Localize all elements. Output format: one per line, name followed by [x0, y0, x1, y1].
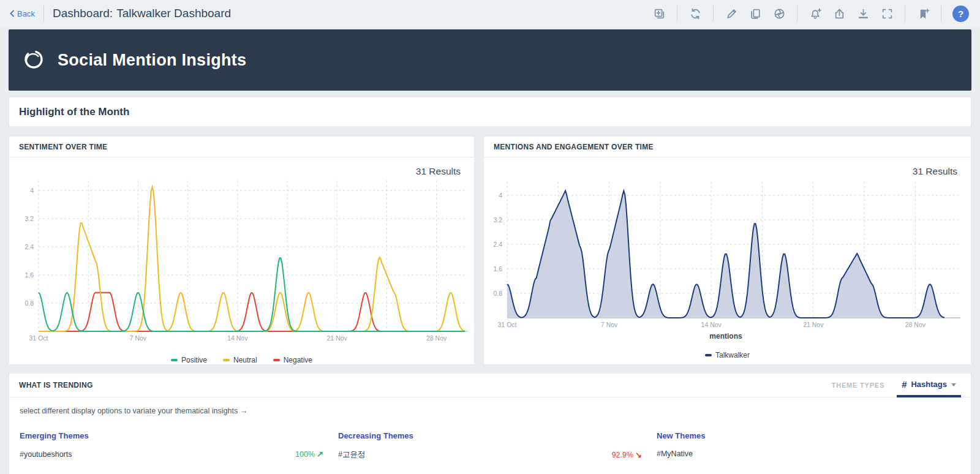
theme-value: 100% ↗ — [295, 450, 323, 459]
chevron-down-icon — [951, 383, 956, 386]
add-widget-icon[interactable] — [650, 4, 668, 23]
dashboard-banner: Social Mention Insights — [9, 29, 971, 91]
positive-label: Positive — [181, 356, 207, 364]
new-themes-column: New Themes #MyNative — [657, 431, 960, 460]
decreasing-themes-column: Decreasing Themes #고윤정 92.9% ↘ — [338, 431, 642, 460]
trending-header: WHAT IS TRENDING THEME TYPES # Hashtags — [9, 374, 971, 397]
mentions-panel-title: MENTIONS AND ENGAGEMENT OVER TIME — [484, 137, 971, 157]
page-title-prefix: Dashboard: — [53, 7, 113, 20]
divider — [43, 6, 44, 21]
refresh-icon[interactable] — [686, 4, 704, 23]
back-label: Back — [17, 9, 35, 18]
theme-row: #고윤정 92.9% ↘ — [338, 450, 642, 460]
decreasing-themes-header: Decreasing Themes — [338, 431, 642, 440]
svg-text:14 Nov: 14 Nov — [227, 334, 248, 342]
sentiment-results-count: 31 Results — [9, 157, 474, 177]
trending-title: WHAT IS TRENDING — [19, 381, 93, 389]
svg-text:2.4: 2.4 — [493, 241, 502, 248]
charts-row: SENTIMENT OVER TIME 31 Results 0.81.62.4… — [9, 136, 971, 365]
svg-text:31 Oct: 31 Oct — [29, 334, 48, 342]
svg-text:0.8: 0.8 — [493, 290, 502, 297]
talkwalker-marker — [705, 354, 712, 356]
svg-text:3.2: 3.2 — [493, 216, 502, 224]
legend-item-positive[interactable]: Positive — [171, 356, 207, 364]
svg-text:7 Nov: 7 Nov — [130, 334, 147, 342]
divider — [905, 6, 905, 21]
mentions-results-count: 31 Results — [484, 157, 971, 177]
mentions-legend: Talkwalker — [484, 351, 971, 359]
sentiment-legend: Positive Neutral Negative — [9, 356, 474, 364]
trend-up-icon: ↗ — [317, 450, 323, 459]
talkwalker-label: Talkwalker — [715, 351, 750, 359]
svg-text:mentions: mentions — [709, 332, 742, 340]
tab-hashtags[interactable]: # Hashtags — [897, 374, 961, 397]
theme-types-label: THEME TYPES — [832, 382, 884, 389]
hashtag-icon: # — [902, 379, 907, 389]
theme-tag[interactable]: #MyNative — [657, 450, 693, 458]
mentions-panel: MENTIONS AND ENGAGEMENT OVER TIME 31 Res… — [483, 136, 971, 365]
page-title: Dashboard: Talkwalker Dashboard — [53, 7, 231, 20]
svg-text:3.2: 3.2 — [24, 215, 34, 222]
duplicate-icon[interactable] — [746, 4, 764, 23]
divider — [713, 6, 714, 21]
svg-text:1.6: 1.6 — [493, 265, 502, 273]
negative-marker — [273, 359, 280, 361]
theme-tag[interactable]: #youtubeshorts — [20, 450, 72, 459]
share-icon[interactable] — [830, 4, 848, 23]
svg-text:1.6: 1.6 — [24, 271, 34, 279]
section-title: Highlight of the Month — [19, 106, 129, 118]
legend-item-talkwalker[interactable]: Talkwalker — [705, 351, 750, 359]
svg-text:21 Nov: 21 Nov — [803, 321, 824, 328]
neutral-marker — [223, 359, 230, 361]
fullscreen-icon[interactable] — [878, 4, 896, 23]
banner-title: Social Mention Insights — [58, 51, 246, 70]
svg-text:14 Nov: 14 Nov — [701, 321, 722, 328]
top-bar: Back Dashboard: Talkwalker Dashboard — [0, 0, 980, 27]
download-icon[interactable] — [854, 4, 872, 23]
theme-percent: 92.9% — [612, 451, 633, 459]
talkwalker-logo-icon — [20, 46, 48, 74]
trending-hint: select different display options to vari… — [9, 397, 971, 415]
theme-tag[interactable]: #고윤정 — [338, 450, 365, 460]
legend-item-neutral[interactable]: Neutral — [223, 356, 257, 364]
svg-text:4: 4 — [30, 187, 34, 194]
create-alert-icon[interactable] — [806, 4, 824, 23]
back-button[interactable]: Back — [10, 9, 35, 18]
emerging-themes-header: Emerging Themes — [20, 431, 323, 440]
positive-marker — [171, 359, 178, 361]
svg-text:2.4: 2.4 — [24, 243, 34, 250]
theme-row: #youtubeshorts 100% ↗ — [20, 450, 323, 459]
new-themes-header: New Themes — [657, 431, 960, 440]
theme-columns: Emerging Themes #youtubeshorts 100% ↗ De… — [9, 431, 971, 460]
negative-label: Negative — [284, 356, 312, 364]
toolbar: ? — [650, 4, 969, 23]
sentiment-panel: SENTIMENT OVER TIME 31 Results 0.81.62.4… — [9, 136, 475, 365]
theme-percent: 100% — [295, 450, 315, 459]
svg-text:0.8: 0.8 — [24, 299, 34, 307]
mentions-chart[interactable]: 0.81.62.43.2431 Oct7 Nov14 Nov21 Nov28 N… — [489, 178, 967, 342]
svg-text:21 Nov: 21 Nov — [327, 334, 348, 342]
divider — [797, 6, 797, 21]
svg-text:7 Nov: 7 Nov — [601, 321, 618, 328]
help-button[interactable]: ? — [952, 6, 969, 22]
divider — [677, 6, 677, 21]
dashboard-name: Talkwalker Dashboard — [116, 7, 231, 20]
section-bar: Highlight of the Month — [9, 97, 971, 127]
neutral-label: Neutral — [233, 356, 257, 364]
svg-text:28 Nov: 28 Nov — [426, 334, 447, 342]
theme-value: 92.9% ↘ — [612, 450, 642, 459]
trending-panel: WHAT IS TRENDING THEME TYPES # Hashtags … — [9, 373, 971, 474]
svg-text:31 Oct: 31 Oct — [498, 321, 517, 328]
theme-type-switcher: THEME TYPES # Hashtags — [832, 374, 961, 397]
emerging-themes-column: Emerging Themes #youtubeshorts 100% ↗ — [20, 431, 323, 460]
legend-item-negative[interactable]: Negative — [273, 356, 312, 364]
sentiment-chart[interactable]: 0.81.62.43.2431 Oct7 Nov14 Nov21 Nov28 N… — [14, 178, 470, 351]
edit-icon[interactable] — [722, 4, 741, 23]
svg-text:4: 4 — [499, 192, 502, 199]
chevron-left-icon — [10, 10, 15, 17]
tab-hashtags-label: Hashtags — [911, 380, 947, 389]
snapshot-icon[interactable] — [770, 4, 788, 23]
trend-down-icon: ↘ — [635, 450, 642, 459]
add-bookmark-icon[interactable] — [914, 4, 932, 23]
svg-text:28 Nov: 28 Nov — [905, 321, 926, 328]
